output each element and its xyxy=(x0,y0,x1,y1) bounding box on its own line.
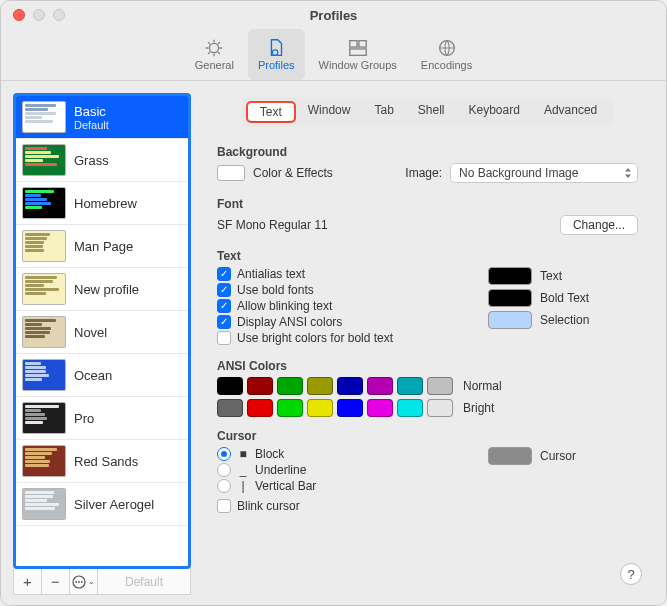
profile-name: Novel xyxy=(74,325,107,340)
background-color-well[interactable] xyxy=(217,165,245,181)
color-well-cursor[interactable] xyxy=(488,447,532,465)
profile-row-pro[interactable]: Pro xyxy=(16,397,188,440)
color-well-text[interactable] xyxy=(488,267,532,285)
titlebar: Profiles xyxy=(1,1,666,29)
minimize-window-button[interactable] xyxy=(33,9,45,21)
profiles-sidebar: BasicDefaultGrassHomebrewMan PageNew pro… xyxy=(13,93,191,595)
toolbar-profiles[interactable]: Profiles xyxy=(248,29,305,80)
profile-row-red-sands[interactable]: Red Sands xyxy=(16,440,188,483)
profile-row-novel[interactable]: Novel xyxy=(16,311,188,354)
section-ansi-heading: ANSI Colors xyxy=(217,359,638,373)
profile-thumbnail xyxy=(22,402,66,434)
cursor-glyph-icon: ■ xyxy=(237,447,249,461)
profile-thumbnail xyxy=(22,273,66,305)
checkbox-display-ansi-colors[interactable] xyxy=(217,315,231,329)
svg-rect-2 xyxy=(349,40,356,46)
tab-window[interactable]: Window xyxy=(296,101,363,123)
profile-row-silver-aerogel[interactable]: Silver Aerogel xyxy=(16,483,188,526)
ansi-normal-swatch-6[interactable] xyxy=(397,377,423,395)
profile-thumbnail xyxy=(22,445,66,477)
traffic-lights xyxy=(13,9,65,21)
ansi-bright-swatch-6[interactable] xyxy=(397,399,423,417)
cursor-style-label: Block xyxy=(255,447,284,461)
color-well-bold-text[interactable] xyxy=(488,289,532,307)
svg-point-1 xyxy=(273,49,279,55)
ansi-bright-swatch-4[interactable] xyxy=(337,399,363,417)
toolbar-general-label: General xyxy=(195,59,234,71)
ansi-bright-swatch-7[interactable] xyxy=(427,399,453,417)
tab-text[interactable]: Text xyxy=(248,103,294,121)
profile-row-man-page[interactable]: Man Page xyxy=(16,225,188,268)
ansi-normal-swatch-0[interactable] xyxy=(217,377,243,395)
ansi-bright-swatch-3[interactable] xyxy=(307,399,333,417)
checkbox-use-bright-colors-for-bold-text[interactable] xyxy=(217,331,231,345)
profile-thumbnail xyxy=(22,144,66,176)
checkbox-antialias-text[interactable] xyxy=(217,267,231,281)
main-content: BasicDefaultGrassHomebrewMan PageNew pro… xyxy=(1,81,666,605)
add-profile-button[interactable]: + xyxy=(14,569,42,594)
checkbox-label: Allow blinking text xyxy=(237,299,332,313)
toolbar-general[interactable]: General xyxy=(185,29,244,80)
checkbox-use-bold-fonts[interactable] xyxy=(217,283,231,297)
zoom-window-button[interactable] xyxy=(53,9,65,21)
ansi-normal-swatch-3[interactable] xyxy=(307,377,333,395)
background-image-popup[interactable]: No Background Image xyxy=(450,163,638,183)
ansi-normal-swatch-1[interactable] xyxy=(247,377,273,395)
help-button[interactable]: ? xyxy=(620,563,642,585)
toolbar-profiles-label: Profiles xyxy=(258,59,295,71)
checkbox-label: Use bright colors for bold text xyxy=(237,331,393,345)
color-well-selection[interactable] xyxy=(488,311,532,329)
cursor-style-underline[interactable] xyxy=(217,463,231,477)
tab-keyboard[interactable]: Keyboard xyxy=(457,101,532,123)
text-tab-pane: Background Color & Effects Image: No Bac… xyxy=(211,133,644,585)
toolbar-window-groups[interactable]: Window Groups xyxy=(309,29,407,80)
tab-tab[interactable]: Tab xyxy=(362,101,405,123)
profile-list[interactable]: BasicDefaultGrassHomebrewMan PageNew pro… xyxy=(13,93,191,569)
checkbox-blink-cursor[interactable] xyxy=(217,499,231,513)
ansi-bright-swatch-5[interactable] xyxy=(367,399,393,417)
toolbar-window-groups-label: Window Groups xyxy=(319,59,397,71)
ansi-row-label: Normal xyxy=(463,379,502,393)
profile-name: New profile xyxy=(74,282,139,297)
profile-row-grass[interactable]: Grass xyxy=(16,139,188,182)
cursor-style-block[interactable] xyxy=(217,447,231,461)
ansi-normal-swatch-5[interactable] xyxy=(367,377,393,395)
close-window-button[interactable] xyxy=(13,9,25,21)
profile-row-homebrew[interactable]: Homebrew xyxy=(16,182,188,225)
profile-row-new-profile[interactable]: New profile xyxy=(16,268,188,311)
cursor-style-label: Vertical Bar xyxy=(255,479,316,493)
background-color-label: Color & Effects xyxy=(253,166,333,180)
remove-profile-button[interactable]: − xyxy=(42,569,70,594)
profile-row-basic[interactable]: BasicDefault xyxy=(16,96,188,139)
checkbox-label: Display ANSI colors xyxy=(237,315,342,329)
set-default-button[interactable]: Default xyxy=(98,569,190,594)
ellipsis-circle-icon: ⌄ xyxy=(72,575,95,589)
cursor-glyph-icon: | xyxy=(237,479,249,493)
profile-actions-menu[interactable]: ⌄ xyxy=(70,569,98,594)
chevron-down-icon: ⌄ xyxy=(88,577,95,586)
profile-row-ocean[interactable]: Ocean xyxy=(16,354,188,397)
background-image-value: No Background Image xyxy=(459,166,578,180)
ansi-bright-swatch-2[interactable] xyxy=(277,399,303,417)
font-value: SF Mono Regular 11 xyxy=(217,218,328,232)
change-font-button[interactable]: Change... xyxy=(560,215,638,235)
ansi-normal-swatch-4[interactable] xyxy=(337,377,363,395)
gear-icon xyxy=(202,37,226,59)
checkbox-allow-blinking-text[interactable] xyxy=(217,299,231,313)
toolbar-encodings[interactable]: Encodings xyxy=(411,29,482,80)
checkbox-label: Use bold fonts xyxy=(237,283,314,297)
ansi-bright-swatch-0[interactable] xyxy=(217,399,243,417)
ansi-normal-swatch-7[interactable] xyxy=(427,377,453,395)
cursor-style-vertical-bar[interactable] xyxy=(217,479,231,493)
ansi-bright-swatch-1[interactable] xyxy=(247,399,273,417)
color-well-label: Bold Text xyxy=(540,291,589,305)
window-groups-icon xyxy=(346,37,370,59)
profile-thumbnail xyxy=(22,187,66,219)
globe-icon xyxy=(435,37,459,59)
tab-advanced[interactable]: Advanced xyxy=(532,101,609,123)
settings-pane: TextWindowTabShellKeyboardAdvanced Backg… xyxy=(203,93,652,595)
profile-subtitle: Default xyxy=(74,119,109,131)
ansi-normal-swatch-2[interactable] xyxy=(277,377,303,395)
cursor-glyph-icon: _ xyxy=(237,463,249,477)
tab-shell[interactable]: Shell xyxy=(406,101,457,123)
